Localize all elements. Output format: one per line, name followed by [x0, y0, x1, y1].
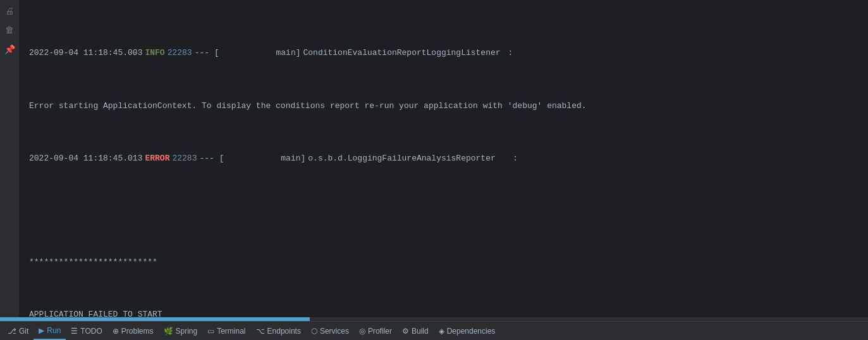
logger-3: o.s.b.d.LoggingFailureAnalysisReporter: [308, 152, 495, 166]
run-icon: ▶: [39, 326, 44, 335]
thread-1: main]: [222, 47, 301, 60]
terminal-label: Terminal: [217, 327, 245, 336]
todo-label: TODO: [80, 327, 102, 336]
log-line-error-start: Error starting ApplicationContext. To di…: [29, 100, 863, 113]
thread-3: main]: [226, 152, 305, 166]
profiler-label: Profiler: [368, 327, 392, 336]
toolbar-endpoints[interactable]: ⌥ Endpoints: [251, 322, 306, 340]
build-icon: ⚙: [402, 327, 409, 336]
endpoints-label: Endpoints: [267, 327, 301, 336]
build-label: Build: [412, 327, 429, 336]
toolbar-terminal[interactable]: ▭ Terminal: [202, 322, 250, 340]
services-icon: ⬡: [311, 327, 317, 336]
log-line-info: 2022-09-04 11:18:45.003 INFO 22283 --- […: [29, 47, 863, 60]
toolbar-services[interactable]: ⬡ Services: [306, 322, 354, 340]
level-error-3: ERROR: [145, 152, 169, 166]
run-label: Run: [47, 326, 61, 335]
bottom-toolbar: ⎇ Git ▶ Run ☰ TODO ⊕ Problems 🌿 Spring ▭…: [0, 321, 868, 340]
toolbar-spring[interactable]: 🌿 Spring: [159, 322, 203, 340]
toolbar-profiler[interactable]: ◎ Profiler: [354, 322, 397, 340]
spring-label: Spring: [176, 327, 198, 336]
toolbar-git[interactable]: ⎇ Git: [3, 322, 34, 340]
print-icon[interactable]: 🖨: [3, 5, 16, 18]
toolbar-build[interactable]: ⚙ Build: [397, 322, 434, 340]
stars-top-text: **************************: [29, 256, 157, 269]
log-area: 2022-09-04 11:18:45.003 INFO 22283 --- […: [24, 5, 868, 317]
separator-1: --- [: [195, 47, 219, 60]
logger-1: ConditionEvaluationReportLoggingListener: [303, 47, 501, 60]
app-failed-text: APPLICATION FAILED TO START: [29, 308, 162, 317]
pin-icon[interactable]: 📌: [3, 43, 16, 56]
toolbar-dependencies[interactable]: ◈ Dependencies: [434, 322, 501, 340]
stars-top: **************************: [29, 256, 863, 269]
log-line-error: 2022-09-04 11:18:45.013 ERROR 22283 --- …: [29, 152, 863, 166]
dependencies-label: Dependencies: [447, 327, 496, 336]
progress-bar: [0, 317, 310, 321]
app-failed-line: APPLICATION FAILED TO START: [29, 308, 863, 317]
separator-3: --- [: [199, 152, 224, 166]
timestamp-3: 2022-09-04 11:18:45.013: [29, 152, 142, 166]
blank-1: [29, 205, 863, 216]
services-label: Services: [320, 327, 349, 336]
dependencies-icon: ◈: [439, 327, 444, 336]
profiler-icon: ◎: [359, 327, 365, 336]
problems-icon: ⊕: [113, 327, 119, 336]
git-icon: ⎇: [8, 327, 16, 336]
pid-3: 22283: [172, 152, 197, 166]
problems-label: Problems: [121, 327, 154, 336]
toolbar-run[interactable]: ▶ Run: [34, 322, 66, 340]
error-start-text: Error starting ApplicationContext. To di…: [29, 100, 587, 113]
terminal-icon: ▭: [207, 327, 214, 336]
spring-icon: 🌿: [164, 327, 173, 336]
message-1: :: [503, 47, 513, 60]
endpoints-icon: ⌥: [256, 327, 265, 336]
timestamp-1: 2022-09-04 11:18:45.003: [29, 47, 142, 60]
pid-1: 22283: [168, 47, 192, 60]
left-gutter: 🖨 🗑 📌: [0, 0, 19, 317]
toolbar-problems[interactable]: ⊕ Problems: [107, 322, 159, 340]
message-3: :: [498, 152, 518, 166]
level-info-1: INFO: [145, 47, 164, 60]
delete-icon[interactable]: 🗑: [3, 24, 16, 37]
git-label: Git: [19, 327, 28, 336]
toolbar-todo[interactable]: ☰ TODO: [66, 322, 107, 340]
progress-bar-container: [0, 317, 868, 321]
todo-icon: ☰: [71, 327, 78, 336]
console-output[interactable]: 🖨 🗑 📌 2022-09-04 11:18:45.003 INFO 22283…: [0, 0, 868, 317]
